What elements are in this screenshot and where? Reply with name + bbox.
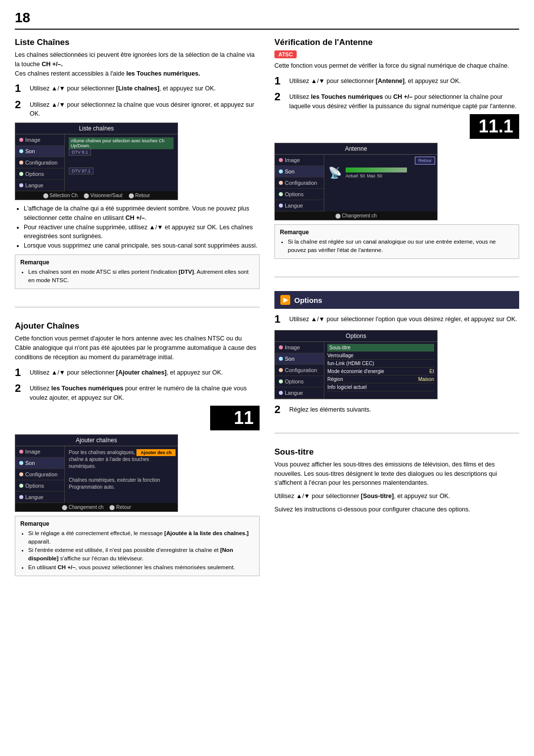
step-num-2: 2 (15, 98, 26, 111)
antenne-step-num-2: 2 (274, 90, 285, 103)
tv-sidebar-ajouter: Image Son Configuration Options (15, 446, 65, 503)
antenne-intro: Cette fonction vous permet de vérifier l… (274, 61, 519, 71)
opt-icon-o (279, 379, 283, 383)
ajouter-step-num-2: 2 (15, 382, 26, 395)
tv-menu-bar-antenne: ⬤ Changement ch (275, 211, 437, 220)
liste-step2: 2 Utilisez ▲/▼ pour sélectionnez la chaî… (15, 98, 260, 119)
opt-item-verrouillage: Verrouillage (327, 352, 434, 360)
tv-menu-bar-liste: ⬤ Sélection Ch ⬤ Visionner/Saut ⬤ Retour (15, 191, 178, 200)
bar-item-changement: ⬤ Changement ch (62, 504, 103, 510)
tv-menu-title-options: Options (275, 331, 437, 342)
opt-item-economie: Mode économie d'energie Et (327, 368, 434, 376)
cfg-icon-a (19, 472, 23, 476)
son-icon-a (19, 461, 23, 465)
sidebar-item-options-o: Options (275, 376, 324, 387)
sous-titre-intro: Vous pouvez afficher les sous-titres des… (274, 460, 519, 488)
channel-display-ajouter: 11 (210, 406, 260, 430)
liste-bullets: L'affichage de la chaîne qui a été suppr… (15, 204, 260, 251)
dtv-label-2: DTV 87.1 (69, 168, 93, 174)
tv-sidebar-options: Image Son Configuration Options (275, 342, 324, 399)
bar-item-retour-ajouter: ⬤ Retour (109, 504, 131, 510)
sous-titre-follow: Suivez les instructions ci-dessous pour … (274, 505, 519, 514)
page-number: 18 (15, 10, 519, 30)
opt-label-region: Région (327, 377, 343, 382)
section-options: ▶ Options 1 Utilisez ▲/▼ pour sélectionn… (274, 291, 519, 419)
bullet-2: Pour réactiver une chaîne supprimée, uti… (24, 223, 260, 242)
antenne-step1: 1 Utilisez ▲/▼ pour sélectionner [Antenn… (274, 75, 519, 87)
cfg-icon-1 (19, 161, 23, 165)
liste-intro-bold2: les Touches numériques. (126, 70, 200, 77)
options-step-text-2: Réglez les éléments suivants. (289, 403, 371, 415)
antenne-icon: 📡 (328, 167, 342, 179)
opt-label-verrouillage: Verrouillage (327, 353, 354, 358)
bar-item-changement-ch: ⬤ Changement ch (335, 213, 377, 218)
tv-sidebar-antenne: Image Son Configuration Options (275, 155, 324, 211)
opt-label-info-logiciel: Info logiciel actuel (327, 384, 367, 390)
tv-content-liste: Allume chaînes pour sélection avec touch… (65, 134, 178, 191)
sidebar-item-son-1: Son (15, 146, 64, 157)
section-sous-titre: Sous-titre Vous pouvez afficher les sous… (274, 447, 519, 518)
signal-bars-area: Actuel 50 Max 50 (346, 168, 433, 178)
opt-val-economie: Et (430, 369, 434, 374)
step-text-2: Utilisez ▲/▼ pour sélectionnez la chaîne… (30, 98, 260, 119)
options-step-text-1: Utilisez ▲/▼ pour sélectionner l'option … (289, 313, 517, 324)
image-icon-1 (19, 138, 23, 142)
sidebar-item-image-a: Image (15, 446, 64, 458)
actuel-val: 50 (360, 173, 365, 178)
options-step1: 1 Utilisez ▲/▼ pour sélectionner l'optio… (274, 313, 519, 326)
sidebar-item-langue-1: Langue (15, 180, 64, 191)
image-icon-a (19, 450, 23, 454)
sidebar-item-langue-o: Langue (275, 387, 324, 399)
remarque-antenne-1: Si la chaîne est réglée sur un canal ana… (288, 238, 514, 255)
sidebar-item-image-1: Image (15, 134, 64, 146)
sidebar-item-options-v: Options (275, 189, 324, 200)
sous-titre-step: Utilisez ▲/▼ pour sélectionner [Sous-tit… (274, 492, 519, 501)
liste-step1: 1 Utilisez ▲/▼ pour sélectionner [Liste … (15, 82, 260, 95)
son-icon-1 (19, 149, 23, 153)
tv-content-ajouter: Ajouter des ch Pour les chaînes analogiq… (65, 446, 178, 503)
section-ajouter-chaines: Ajouter Chaînes Cette fonction vous perm… (15, 321, 260, 580)
sidebar-item-son-o: Son (275, 353, 324, 365)
remarque-title-liste: Remarque (20, 259, 254, 266)
sidebar-item-image-o: Image (275, 342, 324, 353)
opt-item-funlink: fun-Link (HDMI CEC) (327, 360, 434, 368)
remarque-ajouter-2: Si l'entrée externe est utilisée, il n'e… (28, 546, 254, 563)
bar-item-selection: ⬤ Sélection Ch (43, 193, 78, 198)
tv-menu-title-ajouter: Ajouter chaînes (15, 435, 178, 446)
tv-content-options: Sous-titre Verrouillage fun-Link (HDMI C… (324, 342, 437, 399)
image-icon-o (279, 345, 283, 349)
ajouter-btn: Ajouter des ch (136, 449, 176, 456)
max-val: 50 (377, 173, 382, 178)
section-title-ajouter: Ajouter Chaînes (15, 321, 260, 331)
divider-right-1 (274, 277, 519, 277)
remarque-box-ajouter: Remarque Si le réglage a été correctemen… (15, 516, 260, 576)
divider-right-2 (274, 433, 519, 433)
bullet-3: Lorsque vous supprimez une canal princip… (24, 241, 260, 251)
divider-left-1 (15, 307, 260, 307)
antenne-step-text-1: Utilisez ▲/▼ pour sélectionner [Antenne]… (289, 75, 461, 86)
signal-labels: Actuel 50 Max 50 (346, 173, 433, 178)
ajouter-step-num-1: 1 (15, 366, 26, 379)
channel-display-antenne: 11.1 (470, 114, 519, 139)
tv-menu-title-antenne: Antenne (275, 143, 437, 155)
opt-item-sous-titre: Sous-titre (327, 344, 434, 352)
liste-intro-bold1: CH +/–. (42, 61, 63, 68)
remarque-box-liste: Remarque Les chaînes sont en mode ATSC s… (15, 254, 260, 290)
opt-icon-a (19, 484, 23, 488)
actuel-label: Actuel (346, 173, 358, 178)
ajouter-content-line2: Chaînes numériques, exécuter la fonction… (69, 477, 174, 491)
tv-menu-title-liste: Liste chaînes (15, 123, 178, 134)
lng-icon-v (279, 204, 283, 208)
antenne-step-num-1: 1 (274, 75, 285, 87)
opt-item-region: Région Maison (327, 376, 434, 383)
liste-intro2: Ces chaînes restent accessibles à l'aide (15, 70, 125, 77)
ajouter-step1: 1 Utilisez ▲/▼ pour sélectionner [Ajoute… (15, 366, 260, 379)
step-text-1: Utilisez ▲/▼ pour sélectionner [Liste ch… (30, 82, 216, 93)
tv-content-antenne: Retour 📡 Actuel 50 Max (324, 155, 437, 211)
remarque-ajouter-1: Si le réglage a été correctement effectu… (28, 529, 254, 546)
remarque-ajouter-3: En utilisant CH +/–, vous pouvez sélecti… (28, 563, 254, 572)
lng-icon-a (19, 495, 23, 499)
atsc-badge: ATSC (274, 50, 297, 58)
signal-bars (346, 168, 407, 172)
options-label: Options (294, 296, 322, 304)
